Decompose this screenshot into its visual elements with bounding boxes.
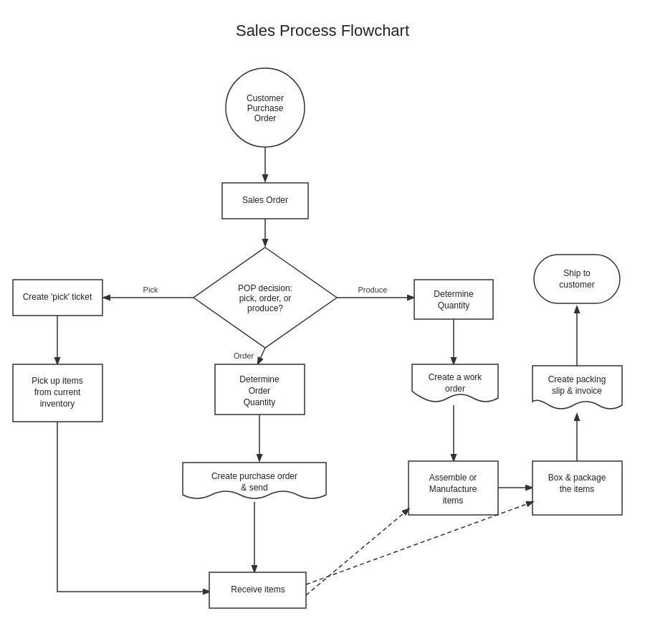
ship-to-customer-label2: customer [559, 280, 594, 290]
determine-qty-shape [414, 280, 493, 319]
pick-up-items-label1: Pick up items [32, 376, 82, 386]
create-work-order-label1: Create a work [429, 372, 483, 382]
assemble-items-label3: items [443, 496, 464, 506]
box-package-label1: Box & package [548, 473, 606, 483]
create-po-label1: Create purchase order [211, 471, 297, 481]
assemble-items-label2: Manufacture [429, 484, 477, 494]
create-packing-slip-label2: slip & invoice [552, 386, 602, 396]
create-po-label2: & send [241, 483, 267, 493]
ship-to-customer-label1: Ship to [563, 268, 591, 278]
pop-decision-label3: produce? [247, 303, 283, 313]
determine-order-qty-label1: Determine [239, 374, 280, 384]
sales-order-label: Sales Order [242, 195, 288, 205]
determine-qty-label1: Determine [434, 289, 474, 299]
create-packing-slip-label1: Create packing [548, 374, 606, 384]
box-package-label2: the items [560, 484, 595, 494]
customer-po-label2: Purchase [247, 103, 284, 113]
edge-label-pick: Pick [143, 285, 158, 294]
edge-label-produce: Produce [358, 285, 388, 294]
pop-decision-label1: POP decision: [238, 283, 292, 293]
ship-to-customer-shape [534, 255, 620, 303]
edge-label-order: Order [234, 351, 254, 360]
arrow-pickup-receive [57, 422, 209, 592]
create-pick-ticket-label: Create 'pick' ticket [23, 292, 92, 302]
create-work-order-shape [412, 364, 498, 402]
pick-up-items-label3: inventory [40, 399, 75, 409]
determine-order-qty-label2: Order [249, 386, 271, 396]
create-work-order-label2: order [445, 384, 465, 394]
arrow-receive-assemble-dashed [306, 509, 408, 595]
pick-up-items-label2: from current [34, 387, 81, 397]
assemble-items-label1: Assemble or [429, 473, 477, 483]
flowchart-canvas: Sales Process Flowchart Customer Purchas… [0, 0, 645, 644]
determine-qty-label2: Quantity [438, 300, 470, 311]
receive-items-label: Receive items [231, 584, 285, 595]
customer-po-label3: Order [254, 113, 277, 123]
arrow-pop-order [258, 348, 265, 364]
determine-order-qty-label3: Quantity [244, 397, 276, 407]
customer-po-label: Customer [247, 93, 284, 103]
pop-decision-label2: pick, order, or [239, 293, 292, 303]
